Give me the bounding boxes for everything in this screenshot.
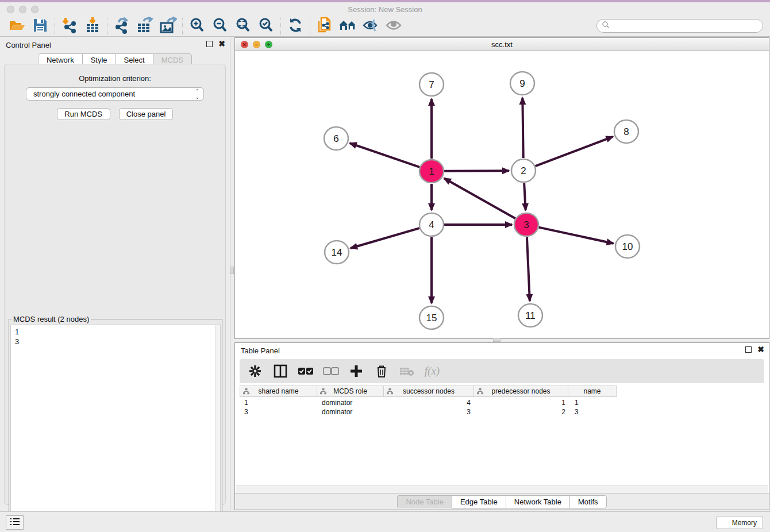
column-label: predecessor nodes — [491, 387, 550, 395]
node-10[interactable]: 10 — [615, 235, 640, 258]
app-titlebar: Session: New Session — [0, 2, 770, 16]
table-cell[interactable]: dominator — [317, 398, 384, 407]
node-7[interactable]: 7 — [419, 73, 444, 96]
export-network-icon — [113, 17, 130, 36]
node-11[interactable]: 11 — [518, 304, 542, 327]
result-scrollbar[interactable] — [215, 325, 220, 532]
fx-icon: f(x) — [425, 365, 440, 377]
node-8[interactable]: 8 — [614, 120, 638, 143]
mcds-result-list[interactable]: 1 3 — [10, 325, 221, 532]
memory-label: Memory — [732, 519, 757, 527]
edge-2-3[interactable] — [524, 183, 526, 210]
table-cell[interactable]: dominator — [317, 407, 384, 417]
column-header-successor-nodes[interactable]: successor nodes — [383, 385, 474, 397]
select-all-columns-button[interactable] — [297, 364, 314, 379]
column-header-name[interactable]: name — [568, 385, 617, 397]
table-cell[interactable]: 3 — [384, 407, 475, 417]
table-cell[interactable]: 3 — [570, 407, 619, 417]
zoom-out-button[interactable] — [209, 17, 232, 36]
node-3[interactable]: 3 — [514, 213, 538, 236]
open-session-button[interactable] — [6, 17, 29, 36]
table-tab-network-table[interactable]: Network Table — [506, 495, 570, 508]
birdseye-toggle-button[interactable] — [359, 17, 382, 36]
node-6[interactable]: 6 — [324, 127, 348, 150]
horizontal-splitter-handle[interactable] — [493, 338, 500, 342]
edge-2-8[interactable] — [536, 137, 613, 166]
export-image-button[interactable] — [156, 17, 179, 36]
edge-2-9[interactable] — [522, 98, 523, 158]
search-icon — [602, 21, 610, 31]
column-header-predecessor-nodes[interactable]: predecessor nodes — [473, 385, 568, 397]
app-title: Session: New Session — [0, 5, 770, 14]
node-14[interactable]: 14 — [325, 241, 349, 264]
table-cell[interactable]: 1 — [570, 398, 619, 407]
table-scrollbar[interactable] — [236, 485, 768, 493]
zoom-fit-button[interactable] — [232, 17, 255, 36]
close-table-panel-icon[interactable]: ✖ — [757, 346, 764, 353]
node-9[interactable]: 9 — [510, 72, 534, 95]
table-row[interactable]: 1dominator411 — [240, 398, 764, 407]
run-mcds-button[interactable]: Run MCDS — [57, 108, 110, 120]
node-1[interactable]: 1 — [419, 160, 444, 183]
list-icon — [10, 518, 20, 528]
deselect-all-columns-button[interactable] — [322, 364, 340, 379]
table-row[interactable]: 3dominator323 — [240, 407, 764, 417]
float-table-panel-icon[interactable] — [745, 346, 752, 353]
zoom-in-button[interactable] — [186, 17, 209, 36]
criterion-dropdown[interactable]: strongly connected component ⌃⌄ — [26, 87, 204, 101]
node-label: 3 — [523, 219, 529, 230]
node-4[interactable]: 4 — [419, 213, 444, 236]
edge-1-6[interactable] — [350, 143, 420, 167]
delete-column-button[interactable] — [373, 364, 390, 379]
table-tab-edge-table[interactable]: Edge Table — [452, 495, 506, 508]
export-network-button[interactable] — [110, 17, 133, 36]
close-panel-button[interactable]: Close panel — [119, 108, 174, 120]
refresh-layout-button[interactable] — [284, 17, 307, 36]
edge-3-11[interactable] — [527, 237, 530, 301]
table-cell[interactable]: 1 — [475, 398, 570, 407]
table-tab-motifs[interactable]: Motifs — [569, 495, 607, 508]
edge-3-1[interactable] — [444, 178, 515, 218]
memory-button[interactable]: Memory — [716, 516, 763, 529]
edge-1-2[interactable] — [444, 171, 509, 171]
function-builder-button[interactable]: f(x) — [424, 364, 441, 379]
task-history-button[interactable] — [6, 515, 24, 530]
close-panel-icon[interactable]: ✖ — [218, 41, 225, 47]
search-box[interactable] — [596, 19, 763, 33]
edge-3-10[interactable] — [539, 228, 614, 244]
delete-table-button[interactable] — [398, 364, 415, 379]
column-layout-button[interactable] — [272, 364, 289, 379]
criterion-value: strongly connected component — [33, 90, 135, 98]
search-input[interactable] — [610, 20, 763, 32]
toolbar-separator — [310, 18, 310, 35]
export-table-button[interactable] — [133, 17, 156, 36]
clone-network-button[interactable] — [313, 17, 336, 36]
save-session-button[interactable] — [29, 17, 52, 36]
table-cell[interactable]: 3 — [240, 407, 317, 417]
table-settings-button[interactable] — [247, 364, 264, 379]
open-folder-icon — [9, 18, 26, 35]
column-header-shared-name[interactable]: shared name — [240, 385, 317, 397]
export-image-icon — [159, 17, 177, 36]
overview-toggle-button[interactable] — [382, 17, 405, 36]
table-cell[interactable]: 4 — [384, 398, 475, 407]
column-header-MCDS-role[interactable]: MCDS role — [317, 385, 384, 397]
table-cell[interactable]: 2 — [475, 407, 570, 417]
float-panel-icon[interactable] — [206, 41, 213, 47]
zoom-in-icon — [189, 17, 205, 36]
network-canvas[interactable]: 7968124314101511 — [235, 51, 769, 338]
vertical-splitter-handle[interactable] — [230, 267, 234, 274]
node-2[interactable]: 2 — [511, 159, 536, 182]
edge-4-14[interactable] — [351, 228, 419, 248]
import-network-button[interactable] — [58, 17, 81, 36]
network-window-titlebar[interactable]: ✕ − + scc.txt — [235, 38, 769, 51]
mcds-panel: Optimization criterion: strongly connect… — [4, 64, 226, 505]
table-cell[interactable]: 1 — [240, 398, 317, 407]
hide-panels-button[interactable] — [336, 17, 359, 36]
add-column-button[interactable] — [348, 364, 365, 379]
table-tab-node-table[interactable]: Node Table — [397, 495, 452, 508]
import-table-button[interactable] — [81, 17, 104, 36]
node-15[interactable]: 15 — [419, 306, 444, 329]
zoom-selected-button[interactable] — [255, 17, 278, 36]
node-label: 1 — [429, 166, 434, 177]
